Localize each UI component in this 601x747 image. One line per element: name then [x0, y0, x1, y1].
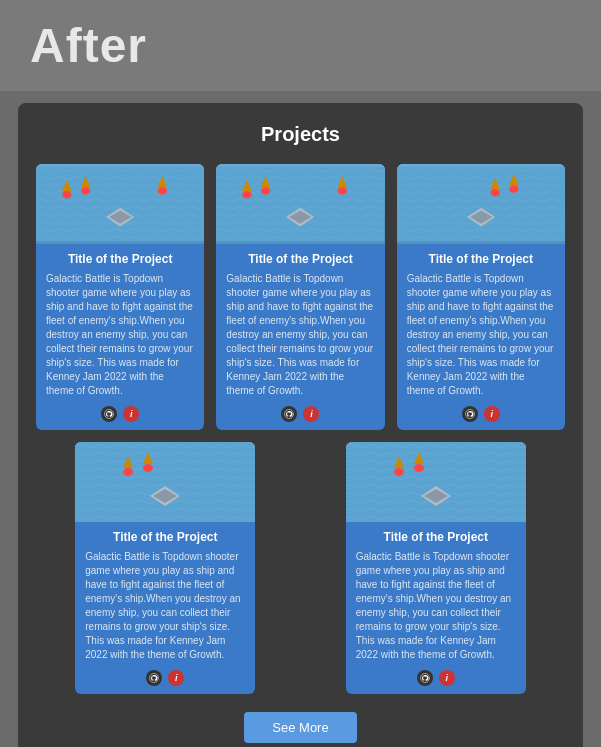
project-links: i	[85, 670, 245, 686]
itch-icon: i	[130, 409, 133, 419]
itch-icon: i	[491, 409, 494, 419]
project-title: Title of the Project	[407, 252, 555, 266]
svg-point-16	[261, 187, 270, 194]
projects-grid-bottom: Title of the Project Galactic Battle is …	[36, 442, 565, 694]
project-thumbnail	[346, 442, 526, 522]
github-link[interactable]	[146, 670, 162, 686]
svg-rect-1	[36, 167, 204, 242]
svg-rect-32	[75, 442, 255, 522]
svg-point-27	[509, 185, 518, 192]
github-link[interactable]	[281, 406, 297, 422]
main-container: Projects	[18, 103, 583, 747]
svg-point-3	[62, 191, 71, 198]
github-link[interactable]	[462, 406, 478, 422]
see-more-button[interactable]: See More	[244, 712, 356, 743]
project-thumbnail	[36, 164, 204, 244]
project-thumbnail	[75, 442, 255, 522]
project-links: i	[46, 406, 194, 422]
itch-link[interactable]: i	[484, 406, 500, 422]
project-card: Title of the Project Galactic Battle is …	[346, 442, 526, 694]
svg-point-36	[143, 464, 153, 472]
header-title: After	[30, 19, 147, 72]
project-title: Title of the Project	[85, 530, 245, 544]
svg-point-14	[243, 191, 252, 198]
svg-point-25	[490, 189, 499, 196]
header: After	[0, 0, 601, 91]
svg-rect-12	[216, 167, 384, 242]
itch-icon: i	[310, 409, 313, 419]
svg-point-45	[414, 464, 424, 472]
project-description: Galactic Battle is Topdown shooter game …	[85, 550, 245, 662]
project-description: Galactic Battle is Topdown shooter game …	[407, 272, 555, 398]
project-links: i	[356, 670, 516, 686]
see-more-container: See More	[36, 712, 565, 743]
project-links: i	[226, 406, 374, 422]
svg-rect-23	[397, 167, 565, 242]
project-links: i	[407, 406, 555, 422]
project-card: Title of the Project Galactic Battle is …	[75, 442, 255, 694]
project-thumbnail	[397, 164, 565, 244]
project-thumbnail	[216, 164, 384, 244]
projects-title: Projects	[36, 123, 565, 146]
itch-icon: i	[445, 673, 448, 683]
itch-link[interactable]: i	[303, 406, 319, 422]
project-description: Galactic Battle is Topdown shooter game …	[46, 272, 194, 398]
svg-point-7	[158, 187, 167, 194]
project-description: Galactic Battle is Topdown shooter game …	[226, 272, 374, 398]
project-info: Title of the Project Galactic Battle is …	[397, 244, 565, 430]
itch-link[interactable]: i	[168, 670, 184, 686]
itch-icon: i	[175, 673, 178, 683]
project-info: Title of the Project Galactic Battle is …	[75, 522, 255, 694]
projects-grid-top: Title of the Project Galactic Battle is …	[36, 164, 565, 430]
project-title: Title of the Project	[226, 252, 374, 266]
svg-point-5	[81, 187, 90, 194]
project-info: Title of the Project Galactic Battle is …	[216, 244, 384, 430]
project-info: Title of the Project Galactic Battle is …	[36, 244, 204, 430]
project-card: Title of the Project Galactic Battle is …	[36, 164, 204, 430]
svg-point-34	[123, 468, 133, 476]
github-link[interactable]	[417, 670, 433, 686]
itch-link[interactable]: i	[123, 406, 139, 422]
project-title: Title of the Project	[46, 252, 194, 266]
project-card: Title of the Project Galactic Battle is …	[216, 164, 384, 430]
project-description: Galactic Battle is Topdown shooter game …	[356, 550, 516, 662]
svg-rect-41	[346, 442, 526, 522]
project-card: Title of the Project Galactic Battle is …	[397, 164, 565, 430]
svg-point-18	[338, 187, 347, 194]
svg-point-43	[394, 468, 404, 476]
project-info: Title of the Project Galactic Battle is …	[346, 522, 526, 694]
project-title: Title of the Project	[356, 530, 516, 544]
github-link[interactable]	[101, 406, 117, 422]
itch-link[interactable]: i	[439, 670, 455, 686]
